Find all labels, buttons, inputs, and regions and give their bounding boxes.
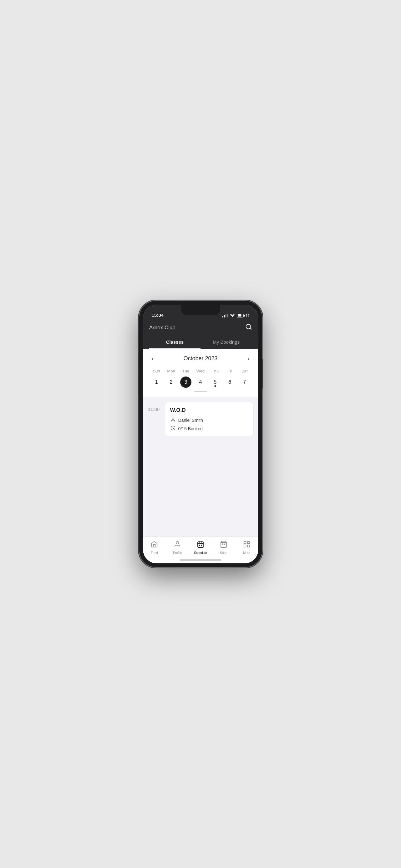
schedule-label: Schedule — [194, 551, 207, 555]
day-label-wed: Wed — [193, 368, 208, 374]
class-booking: 0/15 Booked — [170, 426, 248, 432]
calendar-header: ‹ October 2023 › — [149, 354, 252, 363]
next-month-button[interactable]: › — [245, 354, 252, 363]
day-2[interactable]: 2 — [166, 376, 177, 388]
day-4[interactable]: 4 — [195, 376, 206, 388]
schedule-icon — [197, 540, 204, 550]
svg-point-4 — [176, 541, 179, 544]
phone-screen: 15:04 — [143, 305, 258, 563]
svg-line-1 — [250, 328, 251, 329]
class-instructor: Daniel Smith — [170, 417, 248, 423]
svg-rect-5 — [198, 542, 203, 548]
svg-rect-11 — [247, 545, 249, 547]
volume-up-button — [138, 353, 139, 372]
more-label: More — [243, 551, 250, 555]
svg-point-2 — [172, 418, 174, 419]
class-card[interactable]: W.O.D Daniel Smith — [165, 402, 253, 436]
feed-label: Feed — [151, 551, 158, 555]
day-7[interactable]: 7 — [239, 376, 250, 388]
more-icon — [243, 540, 250, 550]
prev-month-button[interactable]: ‹ — [149, 354, 156, 363]
shop-icon — [220, 540, 227, 550]
calendar-section: ‹ October 2023 › Sun Mon Tue Wed Thu Fri… — [143, 349, 258, 397]
app-title: Arbox Club — [149, 324, 175, 331]
day-5[interactable]: 5 — [209, 376, 221, 388]
day-1[interactable]: 1 — [151, 376, 162, 388]
search-button[interactable] — [245, 323, 252, 332]
battery-level: 72 — [245, 314, 249, 317]
person-icon — [170, 417, 176, 423]
class-name: W.O.D — [170, 407, 248, 413]
nav-feed[interactable]: Feed — [143, 539, 166, 556]
day-6[interactable]: 6 — [224, 376, 235, 388]
notch — [181, 305, 220, 315]
nav-shop[interactable]: Shop — [212, 539, 235, 556]
nav-more[interactable]: More — [235, 539, 258, 556]
status-icons: 72 — [222, 313, 249, 318]
svg-rect-6 — [199, 545, 200, 546]
schedule-area: 11:00 W.O.D Daniel Smith — [143, 397, 258, 536]
day-label-sat: Sat — [237, 368, 252, 374]
svg-rect-8 — [244, 541, 246, 544]
booking-count: 0/15 Booked — [178, 426, 203, 431]
day-label-mon: Mon — [164, 368, 179, 374]
signal-icon — [222, 314, 228, 317]
svg-rect-10 — [244, 545, 246, 547]
instructor-name: Daniel Smith — [178, 418, 203, 423]
wifi-icon — [230, 313, 235, 318]
class-time: 11:00 — [148, 402, 165, 412]
day-3[interactable]: 3 — [180, 376, 192, 388]
scroll-pill — [194, 391, 207, 392]
profile-icon — [174, 540, 181, 550]
shop-label: Shop — [220, 551, 227, 555]
day-label-tue: Tue — [179, 368, 193, 374]
volume-down-button — [138, 377, 139, 397]
battery-icon: 72 — [237, 314, 249, 317]
profile-label: Profile — [173, 551, 182, 555]
tab-bar: Classes My Bookings — [149, 336, 252, 349]
home-indicator — [179, 559, 222, 561]
day-label-sun: Sun — [149, 368, 164, 374]
day-numbers: 1 2 3 4 5 6 7 — [149, 376, 252, 388]
svg-rect-7 — [201, 545, 202, 546]
nav-schedule[interactable]: Schedule — [189, 539, 212, 556]
scroll-indicator — [149, 388, 252, 394]
phone-frame: 15:04 — [139, 301, 262, 567]
power-button — [262, 359, 263, 389]
svg-rect-9 — [247, 541, 249, 544]
day-label-thu: Thu — [208, 368, 223, 374]
mute-button — [138, 338, 139, 348]
main-content: ‹ October 2023 › Sun Mon Tue Wed Thu Fri… — [143, 349, 258, 536]
schedule-row: 11:00 W.O.D Daniel Smith — [143, 397, 258, 436]
status-time: 15:04 — [152, 312, 164, 318]
nav-profile[interactable]: Profile — [166, 539, 189, 556]
feed-icon — [151, 540, 158, 550]
tab-classes[interactable]: Classes — [149, 336, 201, 349]
day-label-fri: Fri — [223, 368, 237, 374]
calendar-month: October 2023 — [183, 355, 218, 362]
booking-icon — [170, 426, 176, 432]
day-labels: Sun Mon Tue Wed Thu Fri Sat — [149, 368, 252, 374]
tab-my-bookings[interactable]: My Bookings — [201, 336, 252, 349]
app-header: Arbox Club Classes My Bookings — [143, 320, 258, 349]
